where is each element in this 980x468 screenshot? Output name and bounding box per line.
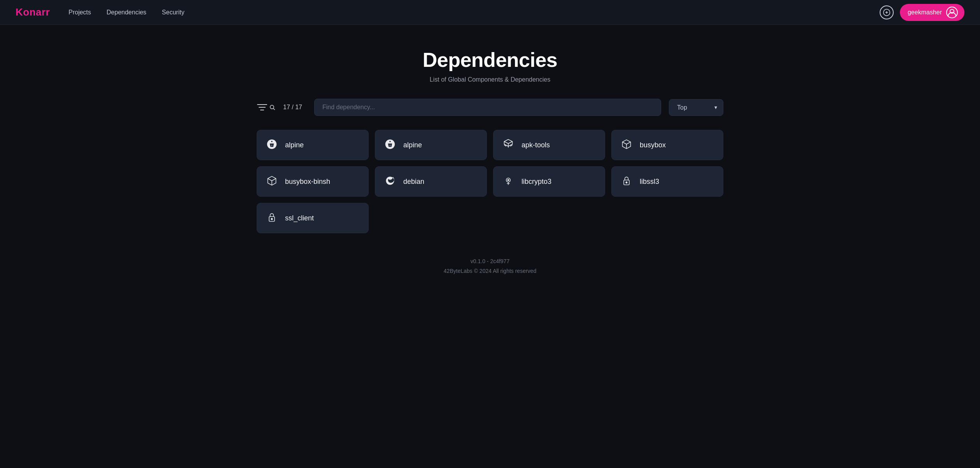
dep-name-dep-busybox: busybox [640, 141, 666, 149]
libcrypto-icon [503, 175, 515, 188]
dep-name-dep-libcrypto3: libcrypto3 [522, 178, 551, 186]
svg-point-8 [270, 105, 274, 109]
user-menu-button[interactable]: geekmasher [900, 4, 964, 21]
search-input[interactable] [314, 99, 661, 116]
navbar-links: Projects Dependencies Security [68, 9, 880, 16]
libssl-icon [621, 175, 634, 188]
main-content: Dependencies List of Global Components &… [0, 25, 980, 292]
dep-name-dep-libssl3: libssl3 [640, 178, 659, 186]
nav-link-security[interactable]: Security [162, 9, 184, 16]
dep-name-dep-busybox-binsh: busybox-binsh [285, 178, 330, 186]
dep-name-dep-debian: debian [403, 178, 424, 186]
page-subtitle: List of Global Components & Dependencies [430, 76, 550, 83]
dep-name-dep-alpine-1: alpine [285, 141, 304, 149]
busybox-icon [266, 175, 279, 188]
svg-line-9 [273, 108, 275, 110]
plus-icon [883, 9, 891, 16]
version-text: v0.1.0 - 2c4f977 [444, 257, 536, 266]
dep-card-dep-libcrypto3[interactable]: libcrypto3 [493, 166, 605, 197]
dep-card-dep-busybox-binsh[interactable]: busybox-binsh [257, 166, 369, 197]
dep-name-dep-apk-tools: apk-tools [522, 141, 550, 149]
username-label: geekmasher [908, 9, 942, 16]
filter-button[interactable] [257, 103, 275, 112]
add-button[interactable] [880, 5, 894, 19]
dep-card-dep-libssl3[interactable]: libssl3 [611, 166, 723, 197]
svg-point-13 [626, 182, 627, 183]
count-display: 17 / 17 [283, 104, 306, 111]
search-overlay-icon [269, 104, 275, 110]
svg-point-11 [508, 180, 509, 181]
user-avatar-icon [946, 6, 958, 19]
ssl-icon [266, 212, 279, 224]
svg-point-15 [271, 218, 273, 220]
dep-name-dep-ssl-client: ssl_client [285, 214, 314, 222]
dep-card-dep-ssl-client[interactable]: ssl_client [257, 203, 369, 233]
navbar: Konarr Projects Dependencies Security ge… [0, 0, 980, 25]
page-title: Dependencies [423, 48, 558, 72]
navbar-right: geekmasher [880, 4, 964, 21]
brand-logo[interactable]: Konarr [16, 6, 50, 18]
nav-link-dependencies[interactable]: Dependencies [107, 9, 146, 16]
apk-icon [503, 139, 515, 151]
sort-dropdown[interactable]: Top Name Latest Oldest [669, 99, 723, 116]
busybox-icon [621, 139, 634, 151]
dep-card-dep-apk-tools[interactable]: apk-tools [493, 130, 605, 160]
debian-icon [385, 175, 397, 188]
sort-dropdown-wrapper: Top Name Latest Oldest [669, 99, 723, 116]
filter-icon [257, 103, 268, 112]
dep-name-dep-alpine-2: alpine [403, 141, 422, 149]
dep-card-dep-alpine-2[interactable]: alpine [375, 130, 487, 160]
dep-card-dep-busybox[interactable]: busybox [611, 130, 723, 160]
toolbar: 17 / 17 Top Name Latest Oldest [257, 99, 723, 116]
footer: v0.1.0 - 2c4f977 42ByteLabs © 2024 All r… [444, 257, 536, 276]
nav-link-projects[interactable]: Projects [68, 9, 91, 16]
dep-card-dep-debian[interactable]: debian [375, 166, 487, 197]
alpine-icon [266, 139, 279, 151]
alpine-icon [385, 139, 397, 151]
copyright-text: 42ByteLabs © 2024 All rights reserved [444, 266, 536, 276]
dep-card-dep-alpine-1[interactable]: alpine [257, 130, 369, 160]
dependencies-grid: alpinealpineapk-toolsbusyboxbusybox-bins… [257, 130, 723, 233]
